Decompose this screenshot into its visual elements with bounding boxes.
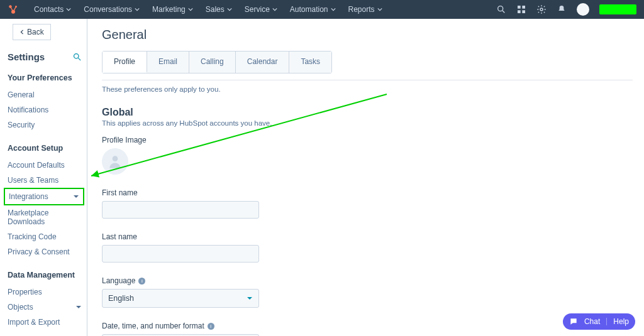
sidebar: Back Settings Your PreferencesGeneralNot… xyxy=(0,19,87,336)
language-select[interactable]: English xyxy=(102,289,259,308)
topnav-item-conversations[interactable]: Conversations xyxy=(77,5,146,14)
divider xyxy=(102,80,633,80)
sidebar-item-privacy-consent[interactable]: Privacy & Consent xyxy=(8,244,82,259)
chevron-down-icon xyxy=(75,304,82,310)
back-label: Back xyxy=(27,28,44,36)
profile-image-upload[interactable] xyxy=(102,148,128,175)
chat-label: Chat xyxy=(584,317,600,326)
svg-line-13 xyxy=(78,58,80,60)
tab-calling[interactable]: Calling xyxy=(189,51,236,73)
sidebar-item-tracking-code[interactable]: Tracking Code xyxy=(8,229,82,244)
global-heading: Global xyxy=(102,107,633,118)
top-nav-menu: ContactsConversationsMarketingSalesServi… xyxy=(28,5,389,14)
search-icon[interactable] xyxy=(72,52,82,62)
sidebar-item-general[interactable]: General xyxy=(8,87,82,102)
tabs: ProfileEmailCallingCalendarTasks xyxy=(102,51,332,73)
svg-line-6 xyxy=(502,11,504,13)
bell-icon[interactable] xyxy=(557,4,567,14)
sidebar-item-import-export[interactable]: Import & Export xyxy=(8,315,82,330)
avatar[interactable] xyxy=(577,3,589,16)
tab-calendar[interactable]: Calendar xyxy=(236,51,290,73)
svg-point-12 xyxy=(74,54,79,59)
main-content: General ProfileEmailCallingCalendarTasks… xyxy=(87,19,644,336)
gear-icon[interactable] xyxy=(536,4,547,14)
language-label: Language i xyxy=(102,276,633,285)
tab-email[interactable]: Email xyxy=(147,51,189,73)
info-icon[interactable]: i xyxy=(208,323,214,330)
chevron-left-icon xyxy=(19,30,25,35)
topnav-item-service[interactable]: Service xyxy=(238,5,284,14)
svg-point-5 xyxy=(497,6,502,11)
svg-rect-10 xyxy=(522,10,525,13)
sidebar-item-security[interactable]: Security xyxy=(8,117,82,133)
user-icon xyxy=(107,153,123,170)
marketplace-icon[interactable] xyxy=(516,4,526,14)
tab-profile[interactable]: Profile xyxy=(103,51,147,73)
sidebar-item-objects[interactable]: Objects xyxy=(8,300,82,315)
first-name-field[interactable] xyxy=(102,201,259,219)
chat-help-widget[interactable]: Chat Help xyxy=(563,313,635,330)
sidebar-title: Settings xyxy=(8,51,45,62)
svg-rect-8 xyxy=(522,6,525,9)
tab-tasks[interactable]: Tasks xyxy=(289,51,331,73)
sidebar-item-properties[interactable]: Properties xyxy=(8,285,82,300)
caret-down-icon xyxy=(247,295,253,301)
svg-rect-9 xyxy=(518,10,521,13)
top-nav: ContactsConversationsMarketingSalesServi… xyxy=(0,0,644,19)
svg-point-11 xyxy=(540,8,543,11)
sidebar-item-users-teams[interactable]: Users & Teams xyxy=(8,173,82,188)
sidebar-section-heading: Your Preferences xyxy=(8,73,82,82)
sidebar-item-integrations[interactable]: Integrations xyxy=(4,188,84,205)
page-title: General xyxy=(102,28,633,42)
sidebar-item-marketplace-downloads[interactable]: Marketplace Downloads xyxy=(8,205,82,229)
account-badge[interactable]: ████ xyxy=(599,4,636,14)
last-name-label: Last name xyxy=(102,232,633,241)
topnav-item-contacts[interactable]: Contacts xyxy=(28,5,77,14)
topnav-item-marketing[interactable]: Marketing xyxy=(146,5,199,14)
sidebar-section-heading: Account Setup xyxy=(8,144,82,153)
svg-point-14 xyxy=(113,156,118,161)
profile-image-label: Profile Image xyxy=(102,136,633,144)
first-name-label: First name xyxy=(102,188,633,197)
date-format-label: Date, time, and number format i xyxy=(102,322,633,330)
help-label: Help xyxy=(613,317,629,326)
sidebar-item-notifications[interactable]: Notifications xyxy=(8,102,82,117)
global-subheading: This applies across any HubSpot accounts… xyxy=(102,119,633,127)
info-icon[interactable]: i xyxy=(138,278,145,285)
search-icon[interactable] xyxy=(496,4,506,14)
back-button[interactable]: Back xyxy=(13,24,51,40)
svg-rect-7 xyxy=(518,6,521,9)
last-name-field[interactable] xyxy=(102,245,259,263)
chevron-down-icon xyxy=(73,193,79,200)
topnav-item-sales[interactable]: Sales xyxy=(199,5,238,14)
sidebar-section-heading: Data Management xyxy=(8,271,82,279)
chat-icon xyxy=(569,317,578,326)
hubspot-logo-icon[interactable] xyxy=(8,4,19,15)
topnav-item-reports[interactable]: Reports xyxy=(342,5,389,14)
topnav-item-automation[interactable]: Automation xyxy=(284,5,342,14)
preferences-note: These preferences only apply to you. xyxy=(102,85,633,93)
sidebar-item-account-defaults[interactable]: Account Defaults xyxy=(8,158,82,173)
